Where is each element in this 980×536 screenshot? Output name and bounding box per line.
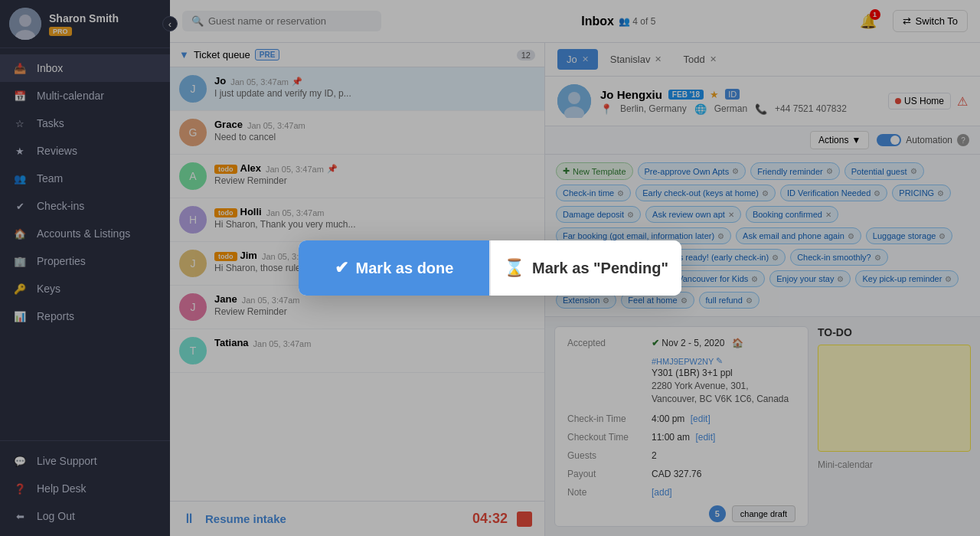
- modal-dialog: ✔ Mark as done ⌛ Mark as "Pending": [299, 240, 681, 296]
- mark-pending-label: Mark as "Pending": [532, 260, 668, 277]
- mark-done-button[interactable]: ✔ Mark as done: [299, 240, 489, 296]
- mark-done-label: Mark as done: [356, 260, 454, 277]
- hourglass-icon: ⌛: [504, 258, 524, 278]
- mark-pending-button[interactable]: ⌛ Mark as "Pending": [489, 240, 681, 296]
- checkmark-icon: ✔: [335, 258, 348, 278]
- modal-overlay[interactable]: ✔ Mark as done ⌛ Mark as "Pending": [0, 0, 980, 536]
